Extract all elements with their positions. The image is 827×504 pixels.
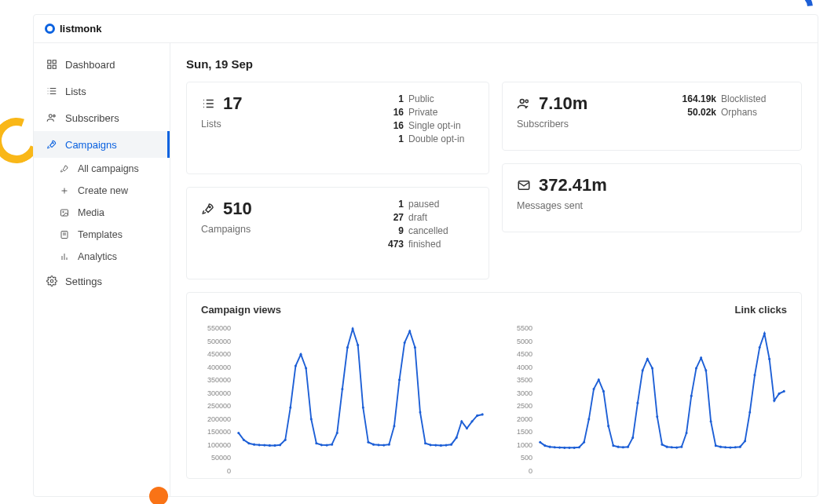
sidebar-item-lists[interactable]: Lists <box>34 78 170 104</box>
svg-point-40 <box>284 439 287 441</box>
svg-point-12 <box>53 143 53 144</box>
users-icon <box>517 97 531 111</box>
svg-rect-0 <box>48 60 51 64</box>
svg-point-56 <box>367 441 369 444</box>
sidebar-subitem-templates[interactable]: Templates <box>34 224 170 246</box>
svg-point-57 <box>372 444 375 446</box>
svg-point-69 <box>434 444 437 447</box>
chart-yaxis: 0500100015002000250030003500400045005000… <box>503 323 537 478</box>
sidebar-subitem-analytics[interactable]: Analytics <box>34 246 170 268</box>
svg-point-51 <box>341 388 343 390</box>
breakdown-row: 50.02kOrphans <box>677 107 787 118</box>
list-icon <box>201 97 215 111</box>
sidebar-subitem-all-campaigns[interactable]: All campaigns <box>34 158 170 180</box>
svg-point-34 <box>253 444 255 446</box>
svg-point-42 <box>295 364 297 367</box>
svg-point-105 <box>666 446 668 448</box>
svg-point-111 <box>695 367 697 369</box>
breakdown-value: 1 <box>364 199 404 210</box>
chart-plot <box>236 323 485 457</box>
breakdown-value: 1 <box>364 133 404 144</box>
svg-point-109 <box>686 432 688 434</box>
sidebar-subitem-label: All campaigns <box>78 163 139 174</box>
app-window: listmonk Dashboard Lists Subscribers <box>33 14 818 497</box>
sidebar-item-label: Subscribers <box>65 112 119 124</box>
users-icon <box>46 112 57 123</box>
rocket-icon <box>59 163 70 174</box>
breakdown-value: 50.02k <box>677 107 716 118</box>
svg-rect-1 <box>53 60 56 64</box>
chart-link-clicks: 0500100015002000250030003500400045005000… <box>503 323 787 478</box>
breakdown-row: 9cancelled <box>364 225 474 236</box>
gear-icon <box>46 276 57 287</box>
svg-point-52 <box>346 346 349 349</box>
svg-point-121 <box>744 440 746 442</box>
chart-title-views: Campaign views <box>201 304 281 316</box>
svg-point-100 <box>642 369 644 371</box>
svg-point-97 <box>627 446 629 448</box>
breakdown-row: 1Double opt-in <box>364 133 474 144</box>
svg-point-80 <box>543 444 546 447</box>
svg-point-119 <box>734 446 737 448</box>
svg-point-50 <box>336 432 338 434</box>
svg-point-43 <box>300 353 302 356</box>
sidebar-subitem-media[interactable]: Media <box>34 202 170 224</box>
breakdown-label: draft <box>408 212 427 223</box>
svg-point-58 <box>378 444 380 446</box>
svg-point-79 <box>539 441 541 444</box>
svg-point-62 <box>398 378 401 381</box>
svg-point-70 <box>440 444 442 447</box>
subscribers-breakdown: 164.19kBlocklisted50.02kOrphans <box>677 93 787 139</box>
svg-point-122 <box>748 411 751 413</box>
decorative-dot-orange <box>149 487 168 504</box>
svg-point-36 <box>263 444 265 447</box>
plus-icon <box>59 185 70 196</box>
svg-point-125 <box>763 332 766 334</box>
svg-point-72 <box>450 444 452 446</box>
svg-point-68 <box>430 444 432 446</box>
lists-label: Lists <box>201 119 242 130</box>
sidebar-subitem-label: Templates <box>78 229 123 240</box>
sidebar-item-label: Lists <box>65 86 86 97</box>
svg-point-47 <box>320 444 323 446</box>
sidebar-subitem-label: Analytics <box>78 251 117 262</box>
svg-point-85 <box>569 447 571 449</box>
sidebar-item-campaigns[interactable]: Campaigns <box>34 131 170 158</box>
svg-point-84 <box>563 447 565 449</box>
sidebar-subitem-label: Media <box>78 207 104 218</box>
svg-point-83 <box>558 446 561 448</box>
sidebar-item-label: Dashboard <box>65 59 115 71</box>
sidebar-item-label: Settings <box>65 276 102 287</box>
breakdown-row: 1paused <box>364 199 474 210</box>
rocket-icon <box>46 139 57 150</box>
svg-point-95 <box>617 446 620 448</box>
svg-point-128 <box>778 393 781 395</box>
chart-icon <box>59 251 70 262</box>
svg-point-114 <box>710 420 712 422</box>
sidebar-item-subscribers[interactable]: Subscribers <box>34 104 170 131</box>
svg-point-53 <box>352 327 354 330</box>
subscribers-label: Subscribers <box>517 119 587 130</box>
svg-point-91 <box>598 378 600 381</box>
svg-point-126 <box>768 358 770 360</box>
messages-count: 372.41m <box>539 175 607 195</box>
list-icon <box>46 86 57 97</box>
card-subscribers: 7.10m Subscribers 164.19kBlocklisted50.0… <box>502 82 802 151</box>
breakdown-value: 1 <box>364 93 404 104</box>
svg-point-60 <box>388 444 390 446</box>
svg-point-76 <box>471 420 474 422</box>
svg-point-81 <box>549 446 551 448</box>
svg-point-89 <box>587 418 590 420</box>
subscribers-count: 7.10m <box>539 93 587 114</box>
main-content: Sun, 19 Sep 17 Lists <box>170 43 818 496</box>
svg-rect-15 <box>61 210 68 216</box>
sidebar-item-dashboard[interactable]: Dashboard <box>34 51 170 78</box>
svg-point-107 <box>675 446 678 448</box>
chart-yaxis: 0500001000001500002000002500003000003500… <box>201 323 236 478</box>
sidebar-subitem-create-new[interactable]: Create new <box>34 180 170 202</box>
svg-point-46 <box>315 442 317 444</box>
svg-point-66 <box>419 411 421 413</box>
sidebar-item-settings[interactable]: Settings <box>34 268 170 294</box>
svg-point-45 <box>310 418 313 420</box>
campaigns-breakdown: 1paused27draft9cancelled473finished <box>364 199 474 268</box>
